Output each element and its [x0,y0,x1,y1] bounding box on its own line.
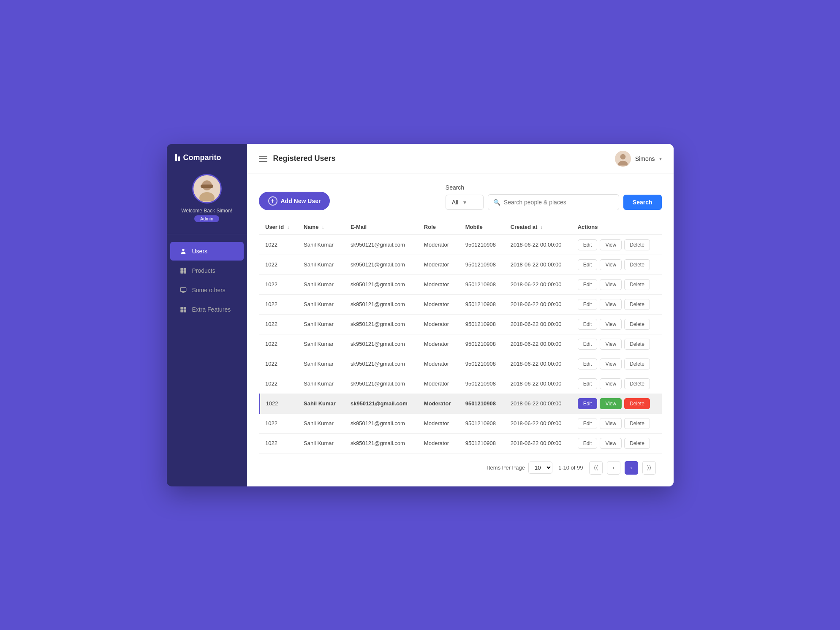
cell-user_id: 1022 [259,314,298,334]
col-user-id[interactable]: User id ↓ [259,220,298,235]
sidebar-item-users[interactable]: Users [170,242,244,261]
edit-button[interactable]: Edit [578,438,598,449]
cell-created_at: 2018-06-22 00:00:00 [505,413,572,433]
view-button[interactable]: View [600,438,622,449]
sidebar-logo: Comparito [167,144,247,170]
edit-button[interactable]: Edit [578,259,598,270]
search-input[interactable] [504,195,614,210]
view-button[interactable]: View [600,279,622,290]
search-section: Search All ▾ 🔍 Search [446,184,662,210]
cell-created_at: 2018-06-22 00:00:00 [505,235,572,255]
cell-created_at: 2018-06-22 00:00:00 [505,374,572,394]
delete-button[interactable]: Delete [624,418,650,429]
search-filter-dropdown[interactable]: All ▾ [446,195,484,210]
cell-email: sk950121@gmail.com [345,274,418,294]
view-button[interactable]: View [600,418,622,429]
actions-cell: Edit View Delete [572,334,662,354]
cell-name: Sahil Kumar [298,334,345,354]
view-button[interactable]: View [600,358,622,369]
edit-button[interactable]: Edit [578,358,598,369]
view-button[interactable]: View [600,339,622,350]
view-button[interactable]: View [600,299,622,310]
search-controls: All ▾ 🔍 Search [446,194,662,210]
prev-page-button[interactable]: ‹ [607,461,620,475]
cell-role: Moderator [418,294,459,314]
cell-mobile: 9501210908 [459,255,505,274]
plus-icon: + [268,196,277,206]
delete-button[interactable]: Delete [624,378,650,389]
topbar-right: Simons ▾ [615,151,662,167]
actions-cell: Edit View Delete [572,433,662,453]
col-mobile: Mobile [459,220,505,235]
search-label: Search [446,184,464,191]
next-page-button[interactable]: › [625,461,638,475]
view-button[interactable]: View [600,378,622,389]
table-row: 1022Sahil Kumarsk950121@gmail.comModerat… [259,314,662,334]
edit-button[interactable]: Edit [578,339,598,350]
delete-button[interactable]: Delete [624,319,650,330]
cell-name: Sahil Kumar [298,374,345,394]
edit-button[interactable]: Edit [578,418,598,429]
col-name[interactable]: Name ↓ [298,220,345,235]
col-actions: Actions [572,220,662,235]
sidebar-item-products-label: Products [192,267,215,274]
svg-rect-12 [180,310,183,312]
view-button[interactable]: View [600,319,622,330]
cell-user_id: 1022 [259,433,298,453]
cell-user_id: 1022 [259,394,298,413]
delete-button[interactable]: Delete [624,438,650,449]
edit-button[interactable]: Edit [578,319,598,330]
edit-button[interactable]: Edit [578,299,598,310]
view-button[interactable]: View [600,239,622,250]
delete-button[interactable]: Delete [624,299,650,310]
delete-button[interactable]: Delete [624,259,650,270]
add-user-button[interactable]: + Add New User [259,192,330,210]
search-button[interactable]: Search [623,195,662,210]
cell-mobile: 9501210908 [459,314,505,334]
delete-button[interactable]: Delete [624,358,650,369]
cell-role: Moderator [418,274,459,294]
first-page-button[interactable]: ⟨⟨ [589,461,603,475]
delete-button[interactable]: Delete [624,339,650,350]
cell-email: sk950121@gmail.com [345,334,418,354]
view-button[interactable]: View [600,398,622,409]
col-created-at[interactable]: Created at ↓ [505,220,572,235]
content-area: + Add New User Search All ▾ 🔍 [247,174,674,486]
svg-rect-3 [201,185,213,188]
cell-name: Sahil Kumar [298,314,345,334]
cell-role: Moderator [418,394,459,413]
content-header: + Add New User Search All ▾ 🔍 [259,184,662,210]
delete-button[interactable]: Delete [624,239,650,250]
per-page-select[interactable]: 10 25 50 [528,462,552,474]
delete-button[interactable]: Delete [624,279,650,290]
edit-button[interactable]: Edit [578,239,598,250]
app-wrapper: Comparito Welcome Back Simon! Admin [167,144,674,486]
hamburger-button[interactable] [259,156,267,162]
sidebar-profile: Welcome Back Simon! Admin [181,170,232,231]
edit-button[interactable]: Edit [578,398,598,409]
users-icon [179,247,187,255]
table-body: 1022Sahil Kumarsk950121@gmail.comModerat… [259,235,662,453]
cell-created_at: 2018-06-22 00:00:00 [505,433,572,453]
cell-role: Moderator [418,433,459,453]
chevron-down-icon[interactable]: ▾ [659,156,662,162]
cell-mobile: 9501210908 [459,374,505,394]
edit-button[interactable]: Edit [578,378,598,389]
delete-button[interactable]: Delete [624,398,650,409]
svg-point-14 [620,154,625,159]
sidebar-item-extra-features[interactable]: Extra Features [170,300,244,319]
actions-cell: Edit View Delete [572,374,662,394]
sidebar-item-some-others[interactable]: Some others [170,281,244,299]
cell-name: Sahil Kumar [298,413,345,433]
sidebar-item-products[interactable]: Products [170,261,244,280]
sidebar-item-users-label: Users [192,248,208,255]
edit-button[interactable]: Edit [578,279,598,290]
svg-rect-6 [183,268,186,271]
extra-icon [179,306,187,313]
items-per-page-label: Items Per Page [487,464,525,471]
page-range: 1-10 of 99 [558,464,583,471]
cell-name: Sahil Kumar [298,394,345,413]
last-page-button[interactable]: ⟩⟩ [642,461,656,475]
view-button[interactable]: View [600,259,622,270]
cell-email: sk950121@gmail.com [345,354,418,374]
